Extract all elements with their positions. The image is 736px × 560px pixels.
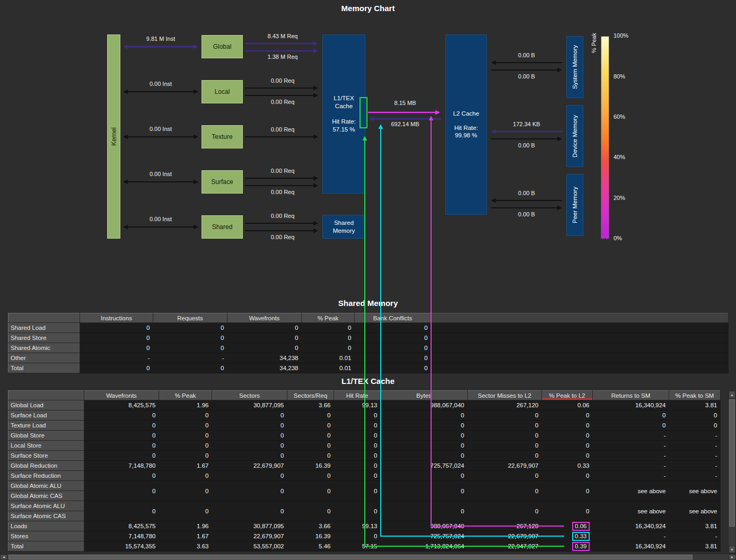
table-cell[interactable]: 0 xyxy=(84,501,159,521)
table-cell[interactable]: - xyxy=(593,471,669,481)
table-cell[interactable]: 0.06 xyxy=(542,521,593,531)
table-cell[interactable]: 0 xyxy=(287,421,334,431)
column-header[interactable]: % Peak to L2 xyxy=(542,391,593,400)
row-label[interactable]: Shared Load xyxy=(8,323,80,333)
table-cell[interactable]: 0 xyxy=(468,431,542,441)
table-cell[interactable]: 22,679,907 xyxy=(212,461,287,471)
table-cell[interactable]: - xyxy=(669,471,721,481)
table-cell[interactable]: 0 xyxy=(287,410,334,421)
table-cell[interactable]: 0 xyxy=(227,333,302,343)
column-header[interactable]: % Peak to SM xyxy=(669,391,721,400)
table-cell[interactable]: 0 xyxy=(84,431,159,441)
table-cell[interactable]: 0 xyxy=(381,421,468,431)
table-cell[interactable]: 0 xyxy=(542,431,593,441)
table-cell[interactable]: 267,120 xyxy=(468,400,542,410)
table-corner-cell[interactable] xyxy=(8,313,80,323)
table-cell[interactable]: 22,947,027 xyxy=(468,541,542,552)
table-cell[interactable]: 0 xyxy=(227,323,302,333)
table-cell[interactable]: 0 xyxy=(153,363,227,373)
table-cell[interactable]: 0 xyxy=(153,323,227,333)
table-cell[interactable]: 0 xyxy=(84,410,159,421)
row-label[interactable]: Global Atomic CAS xyxy=(8,491,84,501)
table-cell[interactable]: 57.15 xyxy=(334,541,381,552)
table-cell[interactable]: 8,425,575 xyxy=(84,521,159,531)
l1-tex-cache-box[interactable]: L1/TEX Cache Hit Rate: 57.15 % xyxy=(322,34,365,194)
table-cell[interactable]: 0 xyxy=(381,501,468,521)
column-header[interactable]: Sectors xyxy=(212,391,287,400)
table-cell[interactable]: 0 xyxy=(84,441,159,451)
table-cell[interactable]: 0 xyxy=(80,343,153,353)
table-cell[interactable]: 0 xyxy=(669,410,721,421)
table-cell[interactable]: 16,340,924 xyxy=(593,400,669,410)
table-cell[interactable]: 1.67 xyxy=(159,531,212,541)
table-cell[interactable]: - xyxy=(669,461,721,471)
scroll-left-icon[interactable]: ◄ xyxy=(0,554,7,560)
row-label[interactable]: Surface Atomic CAS xyxy=(8,511,84,521)
table-cell[interactable]: 0 xyxy=(159,441,212,451)
table-cell[interactable]: - xyxy=(669,451,721,461)
table-cell[interactable]: 16,340,924 xyxy=(593,521,669,531)
table-cell[interactable]: 0 xyxy=(302,323,355,333)
row-label[interactable]: Loads xyxy=(8,521,84,531)
table-cell[interactable]: 22,679,907 xyxy=(212,531,287,541)
table-cell[interactable]: 0 xyxy=(468,471,542,481)
table-cell[interactable]: 0 xyxy=(84,481,159,501)
row-label[interactable]: Shared Atomic xyxy=(8,343,80,353)
table-cell[interactable]: 1,713,824,064 xyxy=(381,541,468,552)
table-cell[interactable]: - xyxy=(669,431,721,441)
table-cell[interactable]: 0.01 xyxy=(302,353,355,363)
table-cell[interactable]: 0 xyxy=(334,471,381,481)
table-cell[interactable]: 0 xyxy=(355,333,431,343)
table-cell[interactable]: 0.01 xyxy=(302,363,355,373)
table-cell[interactable]: see above xyxy=(593,501,669,521)
table-cell[interactable]: 1.96 xyxy=(159,400,212,410)
table-cell[interactable]: 8,425,575 xyxy=(84,400,159,410)
table-cell[interactable]: see above xyxy=(593,481,669,501)
table-cell[interactable]: 725,757,024 xyxy=(381,461,468,471)
row-label[interactable]: Other xyxy=(8,353,80,363)
row-label[interactable]: Surface Atomic ALU xyxy=(8,501,84,511)
table-cell[interactable]: 0 xyxy=(542,471,593,481)
table-cell[interactable]: 0 xyxy=(84,471,159,481)
column-header[interactable]: Hit Rate xyxy=(334,391,381,400)
table-cell[interactable]: 0 xyxy=(468,451,542,461)
table-cell[interactable]: 0 xyxy=(381,410,468,421)
unit-box-surface[interactable]: Surface xyxy=(201,170,243,194)
table-cell[interactable]: 0 xyxy=(355,323,431,333)
table-cell[interactable]: 0 xyxy=(159,471,212,481)
table-cell[interactable]: 0 xyxy=(381,451,468,461)
row-label[interactable]: Surface Store xyxy=(8,451,84,461)
row-label[interactable]: Surface Reduction xyxy=(8,471,84,481)
table-cell[interactable]: 7,148,780 xyxy=(84,461,159,471)
table-cell[interactable]: 0 xyxy=(542,451,593,461)
shared-memory-box[interactable]: Shared Memory xyxy=(322,215,365,239)
table-cell[interactable]: - xyxy=(593,431,669,441)
table-cell[interactable]: - xyxy=(669,441,721,451)
table-cell[interactable]: 725,757,024 xyxy=(381,531,468,541)
table-cell[interactable]: 16.39 xyxy=(287,461,334,471)
row-label[interactable]: Total xyxy=(8,363,80,373)
table-cell[interactable]: - xyxy=(153,353,227,363)
table-cell[interactable]: 0 xyxy=(212,471,287,481)
table-cell[interactable]: 0 xyxy=(355,353,431,363)
table-cell[interactable]: 0 xyxy=(593,421,669,431)
column-header[interactable]: Instructions xyxy=(80,313,153,323)
table-cell[interactable]: 0 xyxy=(542,410,593,421)
table-cell[interactable]: 3.81 xyxy=(669,521,721,531)
horizontal-scroll-thumb[interactable] xyxy=(8,555,693,559)
table-cell[interactable]: 0 xyxy=(302,343,355,353)
table-cell[interactable]: 3.81 xyxy=(669,541,721,552)
table-cell[interactable]: 16.39 xyxy=(287,531,334,541)
table-cell[interactable]: 0 xyxy=(381,471,468,481)
row-label[interactable]: Global Store xyxy=(8,431,84,441)
table-cell[interactable]: - xyxy=(80,353,153,363)
table-cell[interactable]: 0 xyxy=(334,421,381,431)
unit-box-local[interactable]: Local xyxy=(201,80,243,103)
table-cell[interactable]: 99.13 xyxy=(334,521,381,531)
table-cell[interactable]: 30,877,095 xyxy=(212,521,287,531)
table-cell[interactable]: 0 xyxy=(212,501,287,521)
row-label[interactable]: Total xyxy=(8,541,84,552)
row-label[interactable]: Global Atomic ALU xyxy=(8,481,84,491)
l2-cache-box[interactable]: L2 Cache Hit Rate: 99.98 % xyxy=(445,34,487,215)
table-cell[interactable]: 0 xyxy=(334,481,381,501)
